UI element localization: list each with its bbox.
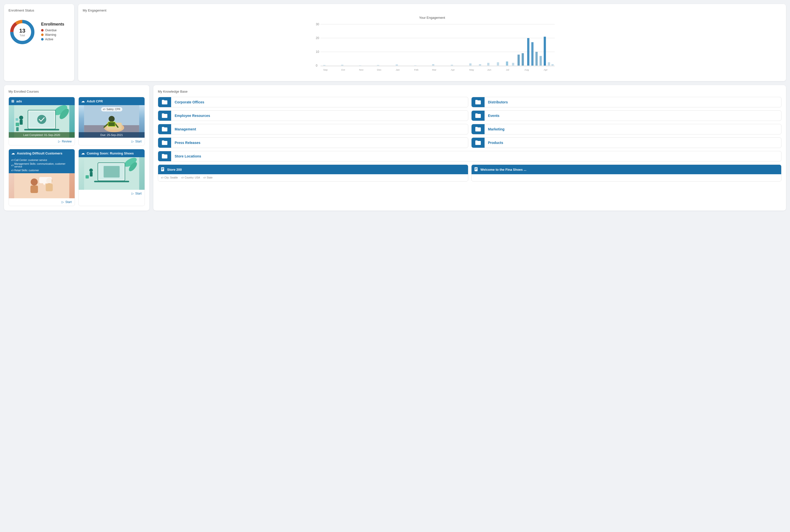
svg-text:Oct: Oct [341,68,345,71]
course-ads[interactable]: ⊞ ads [8,97,75,146]
course-cpr-action[interactable]: ▷ Start [79,138,145,145]
svg-text:30: 30 [316,22,319,26]
svg-rect-29 [396,64,398,65]
course-cpr-action-label: Start [135,140,142,143]
course-assisting-icon: ☁ [11,151,15,155]
svg-rect-92 [475,169,477,169]
course-ads-icon: ⊞ [11,99,14,103]
warning-dot [41,34,43,36]
enrollments-info: Enrollments Overdue Warning Active [41,22,64,42]
course-ads-footer-label: Last Completed: 01-Sep-2020 [9,132,75,138]
course-running-action[interactable]: ▷ Start [79,190,145,197]
course-running-header: ☁ Coming Soon: Running Shoes [79,149,145,157]
svg-rect-81 [104,166,120,177]
engagement-svg: 30 20 10 0 Sep Oct Nov Dec Jan [83,21,782,77]
overdue-dot [41,29,43,32]
svg-text:Sep: Sep [323,68,328,71]
svg-rect-85 [86,175,89,178]
svg-text:Jan: Jan [396,68,400,71]
kb-employee-resources[interactable]: Employee Resources [158,110,468,121]
svg-rect-37 [506,62,508,66]
folder-icon-products [472,138,484,148]
svg-rect-46 [548,62,550,65]
course-running[interactable]: ☁ Coming Soon: Running Shoes [78,149,145,206]
svg-rect-87 [162,168,164,169]
active-label: Active [45,38,53,41]
kb-corporate-offices-label: Corporate Offices [171,97,208,107]
kb-fina-shoes[interactable]: Welcome to the Fina Shoes ... [471,165,782,182]
svg-rect-86 [161,167,164,171]
courses-grid: ⊞ ads [8,97,145,206]
kb-corporate-offices[interactable]: Corporate Offices [158,97,468,108]
course-cpr-icon: ☁ [81,99,85,103]
svg-rect-65 [108,122,115,127]
kb-marketing[interactable]: Marketing [471,124,782,134]
legend-overdue: Overdue [41,28,64,32]
tag-icon-store2: 🏷 [181,176,184,179]
course-assisting[interactable]: ☁ Assisting Difficult Customers 🏷 Call C… [8,149,75,206]
svg-point-64 [109,116,115,122]
svg-rect-31 [432,64,435,66]
kb-store-locations[interactable]: Store Locations [158,151,782,162]
tag-2: 🏷 Management Skills: communication, cust… [11,163,72,168]
course-ads-action[interactable]: ▷ Review [9,138,75,145]
svg-rect-38 [512,63,514,65]
play-icon-2: ▷ [131,140,134,143]
svg-point-70 [31,178,38,186]
folder-icon-corporate [158,97,171,107]
svg-rect-84 [90,172,93,176]
course-cpr[interactable]: ☁ Adult CPR [78,97,145,146]
doc-icon-store-200 [161,167,165,172]
svg-text:Jul: Jul [506,68,509,71]
svg-rect-28 [377,65,379,65]
kb-distributors[interactable]: Distributors [471,97,782,108]
svg-rect-25 [323,65,326,65]
kb-store-locations-label: Store Locations [171,151,205,161]
store-200-tag-1: 🏷 City: Seattle [161,176,178,179]
kb-store-200[interactable]: Store 200 🏷 City: Seattle 🏷 Country: USA [158,165,468,182]
course-cpr-footer-label: Due: 25-Sep-2021 [79,132,145,138]
svg-rect-57 [16,123,19,126]
kb-docs-grid: Store 200 🏷 City: Seattle 🏷 Country: USA [158,165,782,182]
svg-rect-36 [497,62,499,65]
course-assisting-action[interactable]: ▷ Start [9,198,75,206]
svg-text:Apr: Apr [451,68,455,71]
kb-management-label: Management [171,124,200,134]
kb-products[interactable]: Products [471,137,782,148]
courses-title: My Enrolled Courses [8,90,145,93]
kb-distributors-label: Distributors [484,97,511,107]
enrollment-count: 13 [19,27,25,34]
play-icon: ▷ [58,140,60,143]
warning-label: Warning [45,33,56,37]
enrolled-courses-card: My Enrolled Courses ⊞ ads [4,85,149,211]
svg-rect-44 [540,56,542,66]
svg-rect-89 [162,170,163,170]
course-ads-title: ads [16,99,22,103]
svg-rect-41 [527,38,529,65]
svg-rect-34 [479,64,481,66]
courses-scroll[interactable]: ⊞ ads [8,97,145,206]
kb-marketing-label: Marketing [484,124,508,134]
course-cpr-thumb: 🏷 Safety: CPR Due: 25-Sep-2021 [79,105,145,138]
kb-press-releases-label: Press Releases [171,138,204,148]
svg-rect-58 [16,118,18,121]
svg-text:Dec: Dec [377,68,382,71]
donut-area: 13 Total Enrollments Overdue Warning [8,16,70,47]
donut-chart: 13 Total [8,18,36,46]
svg-rect-32 [451,65,453,65]
chart-title: Your Engagement [83,16,782,20]
kb-store-200-footer: 🏷 City: Seattle 🏷 Country: USA 🏷 State [158,174,468,181]
svg-rect-54 [24,129,59,130]
svg-rect-26 [341,65,344,65]
kb-events[interactable]: Events [471,110,782,121]
kb-press-releases[interactable]: Press Releases [158,137,468,148]
kb-management[interactable]: Management [158,124,468,134]
svg-rect-35 [487,63,490,65]
folder-icon-press [158,138,171,148]
svg-rect-71 [31,186,38,193]
svg-text:Nov: Nov [359,68,364,71]
svg-rect-33 [469,63,472,65]
kb-fina-shoes-header: Welcome to the Fina Shoes ... [472,165,782,174]
folder-icon-marketing [472,124,484,134]
doc-icon-fina [475,167,479,172]
